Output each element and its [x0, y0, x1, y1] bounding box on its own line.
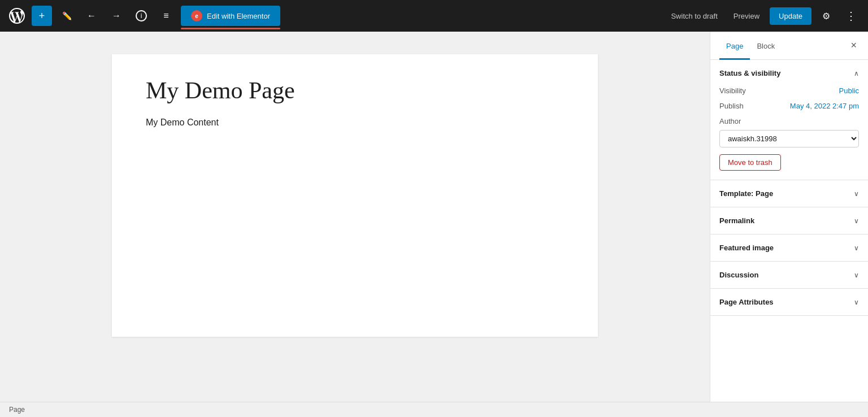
- featured-image-chevron-icon: ∨: [854, 244, 859, 252]
- switch-to-draft-button[interactable]: Switch to draft: [665, 8, 723, 24]
- undo-button[interactable]: ←: [81, 6, 102, 26]
- status-visibility-content: Visibility Public Publish May 4, 2022 2:…: [710, 86, 868, 180]
- list-view-button[interactable]: ≡: [156, 6, 176, 26]
- status-page-label: Page: [9, 406, 25, 414]
- plus-icon: +: [39, 10, 45, 22]
- sidebar: Page Block × Status & visibility ∧ Visib…: [710, 32, 868, 402]
- permalink-title: Permalink: [719, 216, 754, 225]
- status-bar: Page: [0, 402, 868, 417]
- template-title: Template: Page: [719, 189, 773, 198]
- tab-block[interactable]: Block: [750, 32, 782, 60]
- discussion-chevron-icon: ∨: [854, 271, 859, 279]
- close-icon: ×: [850, 40, 857, 51]
- tab-page[interactable]: Page: [719, 32, 750, 60]
- editor-area: My Demo Page My Demo Content: [0, 32, 710, 402]
- update-button[interactable]: Update: [770, 7, 811, 25]
- visibility-label: Visibility: [719, 86, 746, 95]
- main-layout: My Demo Page My Demo Content Page Block …: [0, 32, 868, 402]
- sidebar-tabs: Page Block ×: [710, 32, 868, 60]
- template-header[interactable]: Template: Page ∨: [710, 180, 868, 207]
- author-label: Author: [719, 117, 859, 125]
- template-chevron-icon: ∨: [854, 190, 859, 198]
- publish-label: Publish: [719, 102, 744, 110]
- add-block-button[interactable]: +: [32, 6, 52, 26]
- tools-button[interactable]: ✏️: [57, 6, 77, 26]
- preview-label: Preview: [734, 12, 760, 20]
- author-select[interactable]: awaiskh.31998: [719, 130, 859, 147]
- page-attributes-section: Page Attributes ∨: [710, 289, 868, 316]
- permalink-chevron-icon: ∨: [854, 217, 859, 225]
- page-attributes-chevron-icon: ∨: [854, 298, 859, 306]
- edit-with-elementor-button[interactable]: e Edit with Elementor: [181, 6, 280, 26]
- template-section: Template: Page ∨: [710, 180, 868, 207]
- featured-image-header[interactable]: Featured image ∨: [710, 234, 868, 261]
- visibility-value[interactable]: Public: [839, 86, 859, 95]
- move-to-trash-button[interactable]: Move to trash: [719, 154, 781, 171]
- redo-icon: →: [112, 11, 121, 21]
- info-button[interactable]: i: [131, 6, 151, 26]
- wordpress-logo[interactable]: [7, 6, 27, 26]
- publish-value[interactable]: May 4, 2022 2:47 pm: [790, 102, 859, 110]
- more-icon: ⋮: [845, 9, 857, 23]
- page-title[interactable]: My Demo Page: [146, 77, 564, 104]
- update-label: Update: [779, 12, 802, 20]
- visibility-row: Visibility Public: [719, 86, 859, 95]
- preview-button[interactable]: Preview: [728, 8, 765, 24]
- status-visibility-header[interactable]: Status & visibility ∧: [710, 60, 868, 86]
- list-icon: ≡: [163, 11, 168, 21]
- page-attributes-title: Page Attributes: [719, 298, 774, 306]
- elementor-icon: e: [191, 10, 202, 21]
- discussion-section: Discussion ∨: [710, 262, 868, 289]
- sidebar-close-button[interactable]: ×: [848, 37, 859, 54]
- move-to-trash-label: Move to trash: [728, 158, 772, 167]
- publish-row: Publish May 4, 2022 2:47 pm: [719, 102, 859, 110]
- page-attributes-header[interactable]: Page Attributes ∨: [710, 289, 868, 315]
- featured-image-section: Featured image ∨: [710, 234, 868, 262]
- more-options-button[interactable]: ⋮: [841, 6, 861, 26]
- page-body[interactable]: My Demo Content: [146, 118, 564, 128]
- undo-icon: ←: [87, 11, 96, 21]
- pencil-icon: ✏️: [62, 11, 72, 20]
- toolbar-right: Switch to draft Preview Update ⚙ ⋮: [665, 6, 861, 26]
- gear-icon: ⚙: [822, 11, 830, 21]
- page-content-area[interactable]: My Demo Page My Demo Content: [112, 54, 598, 337]
- chevron-up-icon: ∧: [854, 70, 859, 77]
- edit-elementor-label: Edit with Elementor: [207, 12, 270, 20]
- discussion-header[interactable]: Discussion ∨: [710, 262, 868, 288]
- permalink-header[interactable]: Permalink ∨: [710, 207, 868, 234]
- wp-logo-icon: [9, 8, 25, 24]
- info-icon: i: [136, 10, 147, 21]
- author-section: Author awaiskh.31998: [719, 117, 859, 154]
- featured-image-title: Featured image: [719, 244, 774, 252]
- status-visibility-title: Status & visibility: [719, 69, 780, 77]
- switch-draft-label: Switch to draft: [671, 12, 717, 20]
- permalink-section: Permalink ∨: [710, 207, 868, 234]
- discussion-title: Discussion: [719, 271, 758, 279]
- status-visibility-section: Status & visibility ∧ Visibility Public …: [710, 60, 868, 180]
- settings-button[interactable]: ⚙: [816, 6, 836, 26]
- redo-button[interactable]: →: [106, 6, 127, 26]
- toolbar: + ✏️ ← → i ≡ e Edit with Elementor Switc…: [0, 0, 868, 32]
